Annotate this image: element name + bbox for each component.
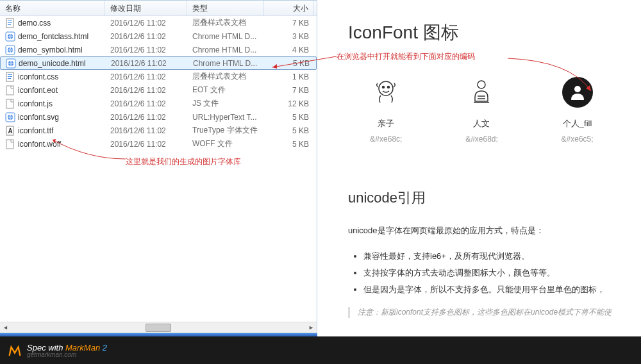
file-icon	[5, 45, 15, 55]
icon-label: 个人_fill	[563, 118, 592, 129]
file-type: Chrome HTML D...	[188, 59, 265, 68]
file-icon	[5, 18, 15, 28]
icon-code: &#xe68c;	[370, 135, 402, 144]
column-name[interactable]: 名称	[0, 1, 105, 15]
file-row[interactable]: demo_fontclass.html2016/12/6 11:02Chrome…	[0, 29, 317, 43]
file-name: iconfont.ttf	[18, 126, 53, 135]
file-list-header: 名称 修改日期 类型 大小	[0, 1, 317, 16]
svg-rect-20	[6, 140, 13, 149]
icon-item-humanities: 人文 &#xe68d;	[465, 77, 498, 144]
file-size: 5 KB	[265, 59, 315, 68]
file-size: 7 KB	[264, 19, 314, 28]
parent-child-icon	[370, 77, 401, 108]
file-row[interactable]: demo_unicode.html2016/12/6 11:02Chrome H…	[0, 56, 317, 70]
file-size: 7 KB	[264, 86, 314, 95]
list-item: 但是因为是字体，所以不支持多色。只能使用平台里单色的图标，	[363, 281, 615, 298]
file-row[interactable]: iconfont.js2016/12/6 11:02JS 文件12 KB	[0, 97, 317, 110]
file-name: demo.css	[18, 19, 51, 28]
svg-rect-2	[8, 22, 12, 23]
svg-rect-15	[6, 99, 13, 108]
file-type: WOFF 文件	[187, 138, 264, 149]
file-row[interactable]: iconfont.svg2016/12/6 11:02URL:HyperText…	[0, 110, 317, 124]
list-item: 支持按字体的方式去动态调整图标大小，颜色等等。	[363, 265, 615, 281]
icon-item-parent-child: 亲子 &#xe68c;	[370, 77, 402, 144]
file-icon	[5, 112, 15, 122]
file-size: 5 KB	[264, 113, 314, 122]
file-type: Chrome HTML D...	[187, 46, 264, 54]
icon-item-person-fill: 个人_fill &#xe6c5;	[562, 77, 594, 144]
file-name: iconfont.svg	[18, 113, 59, 122]
file-row[interactable]: demo.css2016/12/6 11:02层叠样式表文档7 KB	[0, 16, 317, 29]
markman-logo-icon	[8, 343, 22, 358]
file-size: 5 KB	[264, 126, 314, 135]
note-box: 注意：新版iconfont支持多色图标，这些多色图标在unicode模式下将不能…	[348, 307, 615, 318]
svg-rect-14	[6, 86, 13, 95]
svg-rect-12	[8, 76, 12, 77]
file-type: EOT 文件	[187, 85, 264, 95]
annotation-left: 这里就是我们的生成的图片字体库	[126, 156, 241, 167]
file-type: Chrome HTML D...	[187, 32, 264, 41]
file-date: 2016/12/6 11:02	[105, 46, 187, 54]
horizontal-scrollbar[interactable]: ◄ ►	[0, 322, 317, 333]
column-size[interactable]: 大小	[264, 1, 314, 15]
file-icon	[6, 58, 16, 69]
file-size: 12 KB	[264, 99, 314, 108]
page-title: IconFont 图标	[348, 21, 615, 45]
file-icon	[5, 85, 15, 95]
file-row[interactable]: demo_symbol.html2016/12/6 11:02Chrome HT…	[0, 43, 317, 56]
file-type: JS 文件	[187, 98, 264, 109]
file-type: 层叠样式表文档	[187, 17, 264, 28]
file-date: 2016/12/6 11:02	[105, 126, 187, 135]
file-icon	[5, 72, 15, 82]
file-name: demo_fontclass.html	[18, 32, 88, 41]
file-name: iconfont.woff	[18, 140, 61, 149]
svg-rect-1	[8, 21, 12, 21]
svg-point-24	[478, 81, 485, 88]
icon-label: 亲子	[378, 118, 394, 129]
svg-rect-11	[8, 74, 12, 75]
file-date: 2016/12/6 11:02	[105, 19, 187, 28]
file-row[interactable]: iconfont.woff2016/12/6 11:02WOFF 文件5 KB	[0, 137, 317, 151]
file-date: 2016/12/6 11:02	[105, 86, 187, 95]
file-row[interactable]: iconfont.css2016/12/6 11:02层叠样式表文档1 KB	[0, 70, 317, 83]
file-date: 2016/12/6 11:02	[105, 99, 187, 108]
section-title: unicode引用	[348, 188, 615, 208]
file-size: 5 KB	[264, 140, 314, 149]
feature-list: 兼容性最好，支持ie6+，及所有现代浏览器。 支持按字体的方式去动态调整图标大小…	[348, 248, 615, 298]
file-explorer: 名称 修改日期 类型 大小 demo.css2016/12/6 11:02层叠样…	[0, 0, 317, 333]
file-row[interactable]: iconfont.eot2016/12/6 11:02EOT 文件7 KB	[0, 83, 317, 97]
file-list: demo.css2016/12/6 11:02层叠样式表文档7 KBdemo_f…	[0, 16, 317, 322]
humanities-icon	[466, 77, 497, 108]
icon-code: &#xe6c5;	[562, 135, 594, 144]
scroll-thumb[interactable]	[146, 324, 171, 332]
icons-row: 亲子 &#xe68c; 人文 &#xe68d;	[348, 77, 615, 144]
column-type[interactable]: 类型	[187, 1, 264, 15]
icon-label: 人文	[473, 118, 490, 129]
file-type: 层叠样式表文档	[187, 71, 264, 82]
markman-footer: Spec with MarkMan 2 getmarkman.com	[0, 336, 641, 364]
scroll-left-button[interactable]: ◄	[0, 323, 11, 333]
file-name: iconfont.css	[18, 72, 58, 81]
svg-point-21	[379, 81, 393, 95]
list-item: 兼容性最好，支持ie6+，及所有现代浏览器。	[363, 248, 615, 265]
svg-text:A: A	[8, 128, 12, 135]
file-icon	[5, 139, 15, 149]
file-date: 2016/12/6 11:02	[105, 72, 187, 81]
file-icon	[5, 31, 15, 42]
file-icon	[5, 99, 15, 109]
svg-point-25	[574, 86, 581, 92]
file-icon: A	[5, 126, 15, 136]
file-name: demo_unicode.html	[19, 59, 86, 68]
svg-rect-3	[8, 24, 11, 25]
file-size: 3 KB	[264, 32, 314, 41]
file-date: 2016/12/6 11:02	[106, 59, 188, 68]
file-size: 4 KB	[264, 46, 314, 54]
file-date: 2016/12/6 11:02	[105, 32, 187, 41]
file-name: iconfont.js	[18, 99, 53, 108]
scroll-right-button[interactable]: ►	[306, 323, 317, 333]
file-row[interactable]: Aiconfont.ttf2016/12/6 11:02TrueType 字体文…	[0, 124, 317, 137]
file-size: 1 KB	[264, 72, 314, 81]
column-date[interactable]: 修改日期	[105, 1, 187, 15]
file-type: URL:HyperText T...	[187, 113, 264, 122]
section-description: unicode是字体在网页端最原始的应用方式，特点是：	[348, 223, 615, 238]
